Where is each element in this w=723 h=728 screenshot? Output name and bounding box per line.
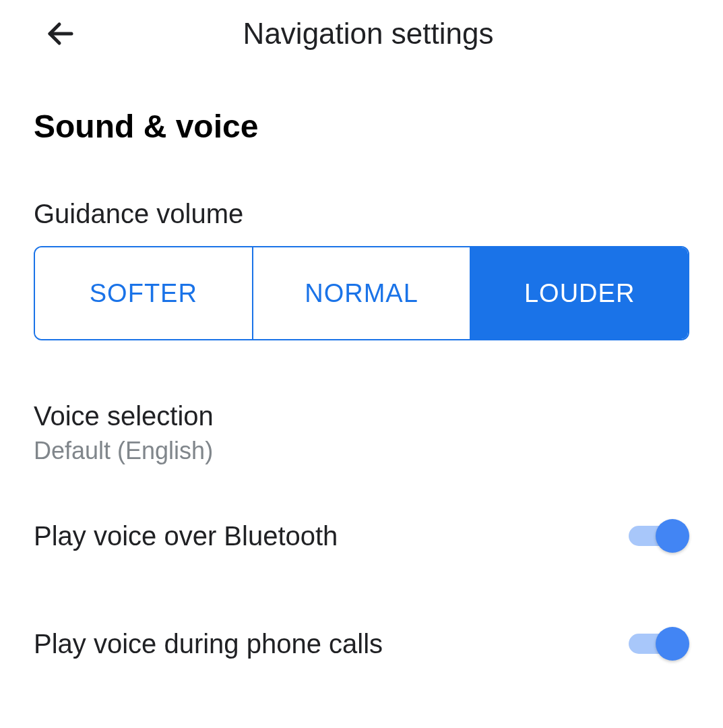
bluetooth-toggle-row: Play voice over Bluetooth (34, 519, 689, 553)
bluetooth-toggle-label: Play voice over Bluetooth (34, 521, 338, 551)
phone-calls-toggle-row: Play voice during phone calls (34, 627, 689, 661)
volume-softer-button[interactable]: SOFTER (35, 247, 253, 339)
phone-calls-toggle-label: Play voice during phone calls (34, 629, 383, 659)
content: Sound & voice Guidance volume SOFTER NOR… (0, 67, 723, 661)
volume-normal-button[interactable]: NORMAL (253, 247, 472, 339)
volume-louder-button[interactable]: LOUDER (471, 247, 688, 339)
voice-selection-value: Default (English) (34, 437, 689, 465)
phone-calls-toggle[interactable] (629, 627, 689, 661)
section-title: Sound & voice (34, 108, 689, 145)
voice-selection-item[interactable]: Voice selection Default (English) (34, 401, 689, 465)
voice-selection-title: Voice selection (34, 401, 689, 431)
toggle-thumb (656, 519, 689, 553)
toggle-thumb (656, 627, 689, 661)
guidance-volume-selector: SOFTER NORMAL LOUDER (34, 246, 689, 340)
guidance-volume-label: Guidance volume (34, 199, 689, 229)
page-title: Navigation settings (40, 17, 696, 51)
header: Navigation settings (0, 0, 723, 67)
bluetooth-toggle[interactable] (629, 519, 689, 553)
